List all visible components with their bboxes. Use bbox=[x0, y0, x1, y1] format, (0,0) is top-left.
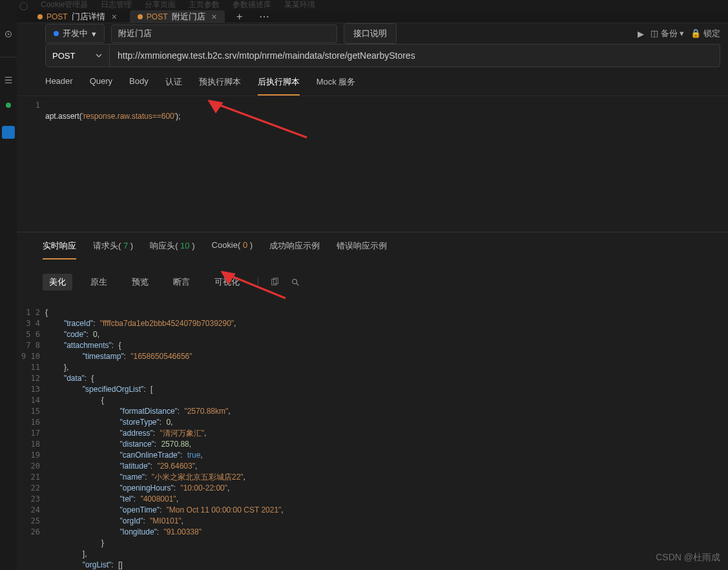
script-editor[interactable]: 1 apt.assert('response.raw.status==600')… bbox=[17, 96, 728, 232]
resp-tab-error[interactable]: 错误响应示例 bbox=[337, 240, 387, 260]
view-preview[interactable]: 预览 bbox=[125, 274, 155, 290]
target-icon[interactable] bbox=[4, 30, 13, 39]
active-panel-icon[interactable] bbox=[2, 126, 15, 139]
list-icon[interactable] bbox=[4, 76, 13, 85]
tab-store-detail[interactable]: POST 门店详情 × bbox=[30, 10, 125, 23]
tab-mock[interactable]: Mock 服务 bbox=[317, 76, 356, 96]
status-dot-icon bbox=[54, 31, 59, 36]
svg-point-1 bbox=[8, 34, 10, 36]
svg-point-6 bbox=[293, 280, 297, 284]
left-rail bbox=[0, 10, 17, 570]
resp-tab-live[interactable]: 实时响应 bbox=[43, 240, 76, 260]
svg-line-2 bbox=[216, 104, 307, 137]
copy-icon[interactable] bbox=[270, 278, 279, 287]
watermark: CSDN @杜雨成 bbox=[656, 552, 720, 564]
unsaved-dot-icon bbox=[37, 14, 43, 19]
url-input[interactable] bbox=[110, 44, 720, 67]
chevron-down-icon: ▾ bbox=[92, 29, 96, 39]
svg-line-7 bbox=[296, 283, 299, 286]
annotation-arrow-icon bbox=[207, 99, 317, 144]
tab-nearby-stores[interactable]: POST 附近门店 × bbox=[130, 10, 225, 23]
resp-tab-success[interactable]: 成功响应示例 bbox=[269, 240, 320, 260]
view-raw[interactable]: 原生 bbox=[84, 274, 114, 290]
search-icon[interactable] bbox=[291, 278, 300, 287]
view-visual[interactable]: 可视化 bbox=[208, 274, 246, 290]
response-tabs: 实时响应 请求头( 7 ) 响应头( 10 ) Cookie( 0 ) 成功响应… bbox=[17, 232, 728, 260]
status-pill[interactable]: 开发中 ▾ bbox=[45, 24, 105, 43]
resp-tab-respheaders[interactable]: 响应头( 10 ) bbox=[150, 240, 194, 260]
tab-strip: POST 门店详情 × POST 附近门店 × + ⋯ bbox=[17, 10, 728, 23]
add-tab-button[interactable]: + bbox=[230, 10, 249, 23]
tab-auth[interactable]: 认证 bbox=[165, 76, 182, 96]
tab-query[interactable]: Query bbox=[90, 76, 112, 96]
response-view-toolbar: 美化 原生 预览 断言 可视化 bbox=[17, 260, 728, 305]
tab-header[interactable]: Header bbox=[45, 76, 73, 96]
tab-prescript[interactable]: 预执行脚本 bbox=[199, 76, 241, 96]
api-name-input[interactable] bbox=[111, 25, 337, 43]
lock-button[interactable]: 🔒 锁定 bbox=[691, 28, 720, 39]
close-icon[interactable]: × bbox=[112, 12, 117, 22]
chevron-down-icon bbox=[95, 52, 103, 59]
editor-gutter: 1 bbox=[17, 96, 45, 232]
api-desc-button[interactable]: 接口说明 bbox=[344, 23, 397, 44]
close-icon[interactable]: × bbox=[212, 12, 217, 22]
json-gutter: 1 2 3 4 5 6 7 8 9 10 11 12 13 14 15 16 1… bbox=[17, 305, 45, 570]
run-icon[interactable]: ▶ bbox=[638, 29, 644, 39]
tab-postscript[interactable]: 后执行脚本 bbox=[258, 76, 300, 96]
unsaved-dot-icon bbox=[138, 14, 143, 19]
env-indicator-icon[interactable] bbox=[6, 103, 11, 108]
backup-button[interactable]: ◫ 备份 ▾ bbox=[650, 28, 684, 39]
tab-body[interactable]: Body bbox=[129, 76, 149, 96]
view-assert[interactable]: 断言 bbox=[167, 274, 196, 290]
resp-tab-reqheaders[interactable]: 请求头( 7 ) bbox=[93, 240, 133, 260]
resp-tab-cookie[interactable]: Cookie( 0 ) bbox=[212, 240, 253, 260]
svg-marker-3 bbox=[208, 100, 223, 113]
request-tabs: Header Query Body 认证 预执行脚本 后执行脚本 Mock 服务 bbox=[17, 67, 728, 96]
top-menubar: ◯Cookie管理器日志管理分享页面主页参数参数描述库某某环境 bbox=[0, 0, 728, 10]
json-viewer[interactable]: 1 2 3 4 5 6 7 8 9 10 11 12 13 14 15 16 1… bbox=[17, 305, 728, 570]
tab-overflow-button[interactable]: ⋯ bbox=[255, 10, 274, 23]
http-method-select[interactable]: POST bbox=[45, 44, 110, 67]
view-beautify[interactable]: 美化 bbox=[43, 274, 72, 290]
